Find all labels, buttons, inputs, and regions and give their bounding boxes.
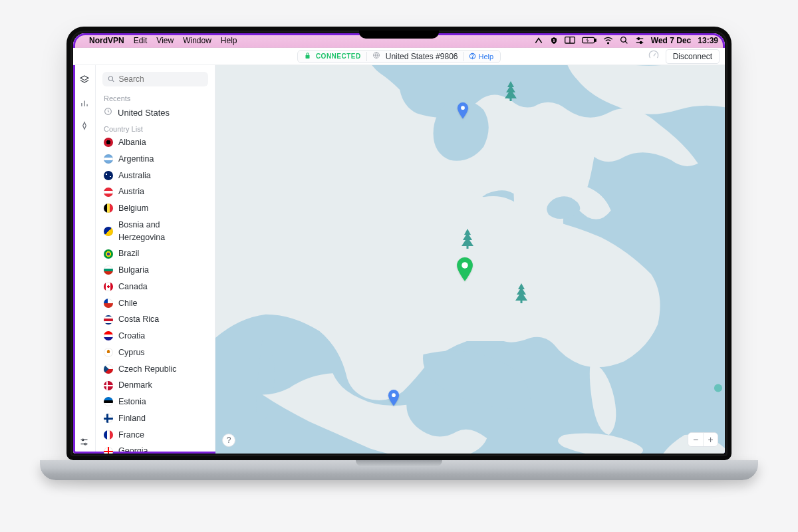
vpn-menubar-icon[interactable] bbox=[534, 36, 543, 45]
map-help-button[interactable]: ? bbox=[222, 434, 235, 447]
country-name: Belgium bbox=[118, 202, 148, 215]
zoom-out-button[interactable]: − bbox=[688, 433, 703, 446]
map[interactable]: ? − + bbox=[215, 65, 725, 454]
menubar-status-icons: 5 We bbox=[534, 36, 718, 45]
help-link[interactable]: Help bbox=[469, 53, 493, 61]
country-item[interactable]: Austria bbox=[96, 184, 215, 200]
zoom-in-button[interactable]: + bbox=[703, 433, 718, 446]
flag-icon bbox=[104, 188, 113, 197]
flag-icon bbox=[104, 282, 113, 291]
search-icon bbox=[108, 75, 115, 83]
country-name: Czech Republic bbox=[118, 363, 177, 376]
svg-point-23 bbox=[84, 443, 86, 445]
server-name: United States #9806 bbox=[386, 52, 458, 61]
svg-line-7 bbox=[625, 41, 627, 43]
country-item[interactable]: Australia bbox=[96, 168, 215, 184]
svg-point-34 bbox=[462, 262, 469, 269]
country-item[interactable]: Costa Rica bbox=[96, 311, 215, 328]
menubar-date[interactable]: Wed 7 Dec bbox=[651, 36, 691, 45]
country-item[interactable]: Albania bbox=[96, 134, 215, 151]
connection-status-pill[interactable]: CONNECTED United States #9806 Help bbox=[297, 50, 501, 63]
search-field[interactable] bbox=[119, 74, 203, 84]
svg-point-21 bbox=[82, 439, 84, 441]
recent-item[interactable]: United States bbox=[96, 104, 215, 121]
svg-point-24 bbox=[108, 76, 112, 80]
svg-line-25 bbox=[112, 80, 114, 82]
country-item[interactable]: Belgium bbox=[96, 200, 215, 217]
laptop-lid: NordVPN Edit View Window Help 5 bbox=[66, 27, 732, 460]
display-menubar-icon[interactable] bbox=[565, 37, 575, 45]
country-item[interactable]: Czech Republic bbox=[96, 361, 215, 378]
speed-icon[interactable] bbox=[648, 50, 659, 63]
country-item[interactable]: Bosnia and Herzegovina bbox=[96, 217, 215, 246]
layers-icon[interactable] bbox=[79, 74, 90, 85]
disconnect-button[interactable]: Disconnect bbox=[666, 49, 720, 64]
flag-icon bbox=[104, 315, 113, 325]
svg-rect-12 bbox=[305, 55, 309, 59]
svg-point-11 bbox=[640, 41, 642, 43]
mesh-icon[interactable] bbox=[80, 121, 89, 130]
menu-edit[interactable]: Edit bbox=[134, 36, 148, 45]
settings-icon[interactable] bbox=[79, 437, 89, 447]
country-item[interactable]: France bbox=[96, 427, 215, 444]
country-item[interactable]: Denmark bbox=[96, 377, 215, 394]
svg-rect-29 bbox=[510, 98, 512, 101]
svg-rect-4 bbox=[595, 39, 596, 41]
country-item[interactable]: Chile bbox=[96, 295, 215, 312]
flag-icon bbox=[104, 397, 113, 406]
svg-rect-30 bbox=[467, 246, 469, 249]
flag-icon bbox=[104, 203, 113, 213]
country-item[interactable]: Croatia bbox=[96, 328, 215, 344]
country-name: Bosnia and Herzegovina bbox=[118, 219, 207, 244]
spotlight-menubar-icon[interactable] bbox=[620, 36, 628, 45]
country-list[interactable]: AlbaniaArgentinaAustraliaAustriaBelgiumB… bbox=[96, 134, 215, 454]
flag-icon bbox=[104, 249, 113, 259]
flag-icon bbox=[104, 171, 113, 180]
stats-icon[interactable] bbox=[80, 98, 89, 108]
screen-notch bbox=[359, 31, 439, 39]
wifi-menubar-icon[interactable] bbox=[603, 37, 613, 45]
menu-help[interactable]: Help bbox=[221, 36, 237, 45]
map-server-pin[interactable] bbox=[456, 102, 469, 120]
country-item[interactable]: Bulgaria bbox=[96, 262, 215, 279]
country-name: Georgia bbox=[118, 445, 148, 454]
svg-point-6 bbox=[620, 37, 626, 43]
flag-icon bbox=[104, 265, 113, 275]
country-name: Australia bbox=[118, 170, 151, 182]
app-menu[interactable]: NordVPN bbox=[89, 36, 124, 45]
country-name: Croatia bbox=[118, 330, 145, 342]
shield-menubar-icon[interactable]: 5 bbox=[550, 36, 558, 45]
country-item[interactable]: Argentina bbox=[96, 151, 215, 168]
flag-icon bbox=[104, 348, 113, 357]
country-item[interactable]: Canada bbox=[96, 279, 215, 295]
country-name: Denmark bbox=[118, 379, 152, 392]
country-list-label: Country List bbox=[96, 121, 215, 134]
flag-icon bbox=[104, 364, 113, 374]
map-connected-pin[interactable] bbox=[455, 257, 475, 283]
control-center-menubar-icon[interactable] bbox=[635, 37, 644, 45]
map-server-pin[interactable] bbox=[387, 390, 400, 407]
flag-icon bbox=[104, 414, 113, 423]
help-link-label: Help bbox=[478, 53, 493, 61]
clock-icon bbox=[104, 107, 112, 118]
svg-point-9 bbox=[638, 37, 640, 39]
recent-item-label: United States bbox=[118, 108, 170, 118]
search-input[interactable] bbox=[102, 72, 208, 86]
country-name: Argentina bbox=[118, 153, 154, 166]
battery-menubar-icon[interactable] bbox=[582, 37, 597, 44]
flag-icon bbox=[104, 447, 113, 454]
menu-view[interactable]: View bbox=[156, 36, 174, 45]
country-item[interactable]: Estonia bbox=[96, 394, 215, 410]
flag-icon bbox=[104, 299, 113, 308]
flag-icon bbox=[104, 381, 113, 390]
menubar-time[interactable]: 13:39 bbox=[698, 36, 718, 45]
flag-icon bbox=[104, 154, 113, 164]
screen: NordVPN Edit View Window Help 5 bbox=[73, 33, 725, 454]
country-item[interactable]: Finland bbox=[96, 410, 215, 427]
country-item[interactable]: Georgia bbox=[96, 443, 215, 454]
map-tree-decoration bbox=[514, 283, 529, 306]
sidebar: Recents United States Country List Alban… bbox=[96, 65, 215, 454]
country-item[interactable]: Brazil bbox=[96, 245, 215, 262]
menu-window[interactable]: Window bbox=[183, 36, 211, 45]
country-item[interactable]: Cyprus bbox=[96, 344, 215, 361]
